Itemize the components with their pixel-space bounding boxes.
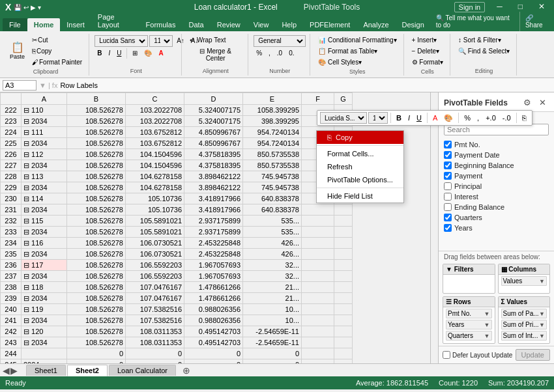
cell-g[interactable] bbox=[334, 227, 353, 238]
cell-e[interactable]: 32... bbox=[243, 260, 302, 271]
cell-f[interactable] bbox=[302, 348, 334, 359]
row-number[interactable]: 232 bbox=[1, 216, 22, 227]
columns-zone-body[interactable]: Values ▼ bbox=[499, 275, 550, 293]
cell-e[interactable]: 954.7240134 bbox=[243, 138, 302, 149]
insert-button[interactable]: + Insert▾ bbox=[409, 35, 446, 45]
row-number[interactable]: 244 bbox=[1, 348, 22, 359]
field-checkbox[interactable] bbox=[444, 214, 452, 221]
cell-b[interactable]: 108.526278 bbox=[67, 326, 126, 337]
close-btn[interactable]: ✕ bbox=[534, 2, 549, 12]
cell-a[interactable]: ⊟ 116 bbox=[22, 238, 67, 249]
row-number[interactable]: 230 bbox=[1, 193, 22, 204]
cell-e[interactable]: 745.945738 bbox=[243, 182, 302, 193]
row-number[interactable]: 227 bbox=[1, 160, 22, 171]
val-pa-item[interactable]: Sum of Pa... ▼ bbox=[501, 309, 547, 318]
row-number[interactable]: 233 bbox=[1, 227, 22, 238]
tab-design[interactable]: Design bbox=[396, 18, 431, 31]
val-int-item[interactable]: Sum of Int... ▼ bbox=[501, 331, 547, 341]
cell-f[interactable] bbox=[302, 282, 334, 293]
cell-d[interactable]: 4.375818395 bbox=[184, 160, 243, 171]
row-number[interactable]: 241 bbox=[1, 315, 22, 326]
cell-c[interactable]: 106.0730521 bbox=[126, 238, 184, 249]
filters-zone-body[interactable] bbox=[443, 275, 495, 293]
val-pri-item[interactable]: Sum of Pri... ▼ bbox=[501, 320, 547, 329]
cell-e[interactable]: 32... bbox=[243, 271, 302, 282]
col-header-f[interactable]: F bbox=[302, 93, 334, 105]
float-italic-button[interactable]: I bbox=[405, 113, 413, 123]
vertical-scrollbar[interactable] bbox=[430, 92, 438, 363]
cell-a[interactable]: ⊟ 2034 bbox=[22, 116, 67, 127]
cell-c[interactable]: 108.0311353 bbox=[126, 326, 184, 337]
cell-g[interactable] bbox=[334, 271, 353, 282]
cell-a[interactable]: 2024 bbox=[22, 359, 67, 364]
pivot-close-icon[interactable]: ✕ bbox=[536, 96, 549, 109]
cell-g[interactable] bbox=[334, 348, 353, 359]
cell-g[interactable] bbox=[334, 260, 353, 271]
row-number[interactable]: 234 bbox=[1, 238, 22, 249]
conditional-formatting-button[interactable]: 📊 Conditional Formatting▾ bbox=[315, 35, 399, 45]
cell-c[interactable]: 107.0476167 bbox=[126, 293, 184, 304]
row-number[interactable]: 228 bbox=[1, 171, 22, 182]
float-size-select[interactable]: 11 bbox=[368, 112, 388, 124]
cell-g[interactable] bbox=[334, 326, 353, 337]
cell-d[interactable]: 3.418917966 bbox=[184, 193, 243, 204]
cell-c[interactable]: 108.0311353 bbox=[126, 337, 184, 348]
maximize-btn[interactable]: □ bbox=[514, 2, 527, 12]
tab-page-layout[interactable]: Page Layout bbox=[91, 10, 139, 31]
cell-d[interactable]: 1.478661266 bbox=[184, 293, 243, 304]
cell-e[interactable]: 640.838378 bbox=[243, 193, 302, 204]
float-copy-icon-button[interactable]: ⎘ bbox=[519, 113, 529, 123]
cell-d[interactable]: 0.495142703 bbox=[184, 326, 243, 337]
row-number[interactable]: 239 bbox=[1, 293, 22, 304]
cell-c[interactable]: 106.5592203 bbox=[126, 260, 184, 271]
col-header-e[interactable]: E bbox=[243, 93, 302, 105]
cell-d[interactable]: 4.375818395 bbox=[184, 149, 243, 160]
tab-scroll-left[interactable]: ◀ bbox=[3, 365, 10, 376]
float-bold-button[interactable]: B bbox=[394, 113, 404, 123]
cell-e[interactable]: 0 bbox=[243, 348, 302, 359]
float-percent-button[interactable]: % bbox=[461, 113, 473, 123]
cell-c[interactable]: 106.0730521 bbox=[126, 249, 184, 260]
field-checkbox[interactable] bbox=[444, 193, 452, 201]
row-number[interactable]: 243 bbox=[1, 337, 22, 348]
cell-c[interactable]: 104.6278158 bbox=[126, 171, 184, 182]
cell-d[interactable]: 4.850996767 bbox=[184, 138, 243, 149]
cell-a[interactable]: ⊟ 2034 bbox=[22, 204, 67, 216]
row-pmtno-item[interactable]: Pmt No. ▼ bbox=[446, 309, 492, 318]
tab-file[interactable]: File bbox=[3, 18, 27, 31]
cell-d[interactable]: 3.418917966 bbox=[184, 204, 243, 216]
cell-b[interactable]: 108.526278 bbox=[67, 182, 126, 193]
cell-d[interactable]: 2.937175899 bbox=[184, 227, 243, 238]
field-checkbox[interactable] bbox=[444, 161, 452, 169]
defer-layout-checkbox[interactable] bbox=[443, 351, 450, 359]
val-int-arrow[interactable]: ▼ bbox=[539, 333, 545, 339]
cell-c[interactable]: 0 bbox=[126, 348, 184, 359]
pivot-settings-icon[interactable]: ⚙ bbox=[521, 96, 534, 109]
cell-g[interactable] bbox=[334, 359, 353, 364]
col-header-b[interactable]: B bbox=[67, 93, 126, 105]
sheet-tab-loan-calculator[interactable]: Loan Calculator bbox=[109, 365, 176, 376]
val-pa-arrow[interactable]: ▼ bbox=[539, 311, 545, 317]
cell-b[interactable]: 108.526278 bbox=[67, 171, 126, 182]
cell-f[interactable] bbox=[302, 238, 334, 249]
cell-c[interactable]: 105.10736 bbox=[126, 193, 184, 204]
tab-scroll-right[interactable]: ▶ bbox=[10, 365, 18, 376]
cell-c[interactable]: 0 bbox=[126, 359, 184, 364]
cell-a[interactable]: ⊟ 2034 bbox=[22, 227, 67, 238]
cell-d[interactable]: 1.967057693 bbox=[184, 271, 243, 282]
float-fill-button[interactable]: 🎨 bbox=[441, 113, 456, 124]
font-size-select[interactable]: 11 bbox=[149, 35, 173, 47]
row-number[interactable]: 225 bbox=[1, 138, 22, 149]
cell-b[interactable]: 108.526278 bbox=[67, 193, 126, 204]
cell-c[interactable]: 103.2022708 bbox=[126, 116, 184, 127]
cell-b[interactable]: 108.526278 bbox=[67, 282, 126, 293]
cell-d[interactable]: 0.988026356 bbox=[184, 304, 243, 315]
wrap-text-button[interactable]: ↵ Wrap Text bbox=[187, 35, 228, 45]
cell-c[interactable]: 103.6752812 bbox=[126, 127, 184, 138]
cell-a[interactable]: ⊟ 115 bbox=[22, 216, 67, 227]
cell-c[interactable]: 105.5891021 bbox=[126, 216, 184, 227]
cell-f[interactable] bbox=[302, 337, 334, 348]
float-dec-increase-button[interactable]: +.0 bbox=[483, 113, 499, 123]
cell-f[interactable] bbox=[302, 359, 334, 364]
col-header-g[interactable]: G bbox=[334, 93, 353, 105]
